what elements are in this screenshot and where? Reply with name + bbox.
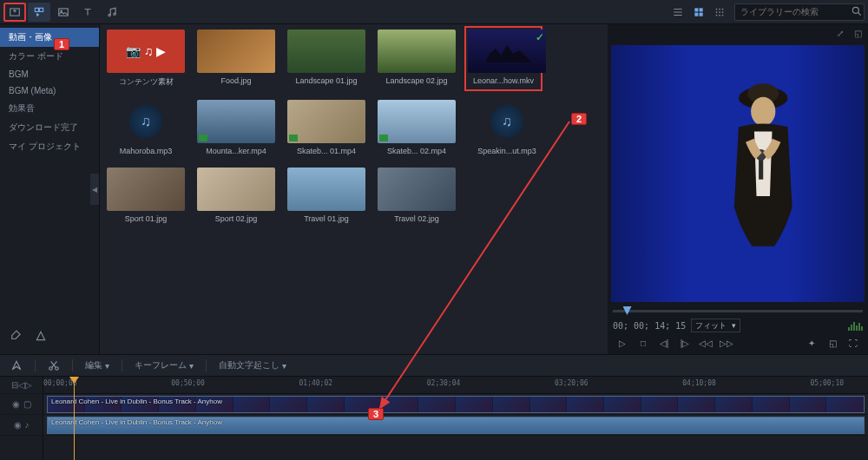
thumb-image xyxy=(107,168,185,211)
timeline-body[interactable]: 00;00;0000;50;0001;40;0202;30;0403;20;06… xyxy=(43,377,868,460)
search-input[interactable] xyxy=(740,7,851,16)
library-thumb[interactable]: Travel 02.jpg xyxy=(378,168,456,223)
svg-rect-2 xyxy=(40,8,43,11)
zoom-fit-select[interactable]: フィット ▾ xyxy=(691,319,740,332)
sidebar-item-bgm[interactable]: BGM xyxy=(0,66,99,82)
thumb-label: Landscape 01.jpg xyxy=(287,76,365,85)
view-toggle xyxy=(668,3,729,21)
sidebar-item-colorboard[interactable]: カラー ボード xyxy=(0,47,99,66)
keyframe-menu[interactable]: キーフレーム ▾ xyxy=(129,358,199,373)
svg-rect-10 xyxy=(700,12,703,16)
sidebar-item-myprojects[interactable]: マイ プロジェクト xyxy=(0,137,99,156)
library-thumb[interactable]: Sport 02.jpg xyxy=(197,168,275,223)
settings-icon[interactable]: ◱ xyxy=(823,335,842,351)
forward-button[interactable]: ▷▷ xyxy=(717,335,736,351)
pen-tool-icon[interactable] xyxy=(7,326,26,345)
next-frame-button[interactable]: |▷ xyxy=(675,335,694,351)
audio-tab-icon[interactable] xyxy=(101,3,123,22)
mute-icon[interactable]: ♪ xyxy=(25,420,30,430)
visibility-icon[interactable]: ◉ xyxy=(14,420,22,430)
import-media-button[interactable] xyxy=(3,3,26,22)
edit-menu[interactable]: 編集 ▾ xyxy=(80,358,115,373)
library-thumb[interactable]: Landscape 01.jpg xyxy=(287,30,365,88)
shape-tool-icon[interactable] xyxy=(31,326,50,345)
prev-frame-button[interactable]: ◁| xyxy=(654,335,674,351)
thumb-image xyxy=(378,30,456,73)
track-header-video[interactable]: ◉ ▢ xyxy=(0,394,43,415)
preview-scrubber[interactable] xyxy=(613,306,863,318)
list-view-button[interactable] xyxy=(668,3,687,21)
library-thumb[interactable]: Skateb... 01.mp4 xyxy=(287,100,365,155)
undock-icon[interactable]: ⤢ xyxy=(833,26,847,40)
titles-tab-icon[interactable] xyxy=(76,3,99,22)
snapshot-button[interactable]: ✦ xyxy=(802,335,821,351)
tool-cut-icon[interactable] xyxy=(43,358,65,373)
tool-select-icon[interactable] xyxy=(5,358,28,373)
visibility-icon[interactable]: ◉ xyxy=(12,399,20,409)
chevron-down-icon: ▾ xyxy=(282,361,286,371)
auto-caption-menu[interactable]: 自動文字起こし ▾ xyxy=(214,358,292,373)
fit-label: フィット xyxy=(695,320,727,332)
video-track[interactable]: Leonard Cohen - Live in Dublin - Bonus T… xyxy=(43,394,868,415)
more-view-button[interactable] xyxy=(710,3,729,21)
svg-point-5 xyxy=(108,14,110,16)
preview-viewport[interactable] xyxy=(611,45,865,302)
library-thumb[interactable]: Landscape 02.jpg xyxy=(378,30,456,88)
search-icon xyxy=(851,5,863,19)
sidebar-item-video-image[interactable]: 動画・画像 xyxy=(0,28,99,47)
library-thumb[interactable]: Sport 01.jpg xyxy=(107,168,185,223)
track-header-audio[interactable]: ◉ ♪ xyxy=(0,415,43,436)
library-thumb[interactable]: Skateb... 02.mp4 xyxy=(378,100,456,155)
library-thumb[interactable]: Food.jpg xyxy=(197,30,275,88)
templates-tab-icon[interactable] xyxy=(52,3,75,22)
sidebar-item-downloads[interactable]: ダウンロード完了 xyxy=(0,118,99,137)
library-thumb[interactable]: ♫Mahoroba.mp3 xyxy=(107,100,185,155)
fullscreen-icon[interactable]: ⛶ xyxy=(844,335,863,351)
svg-point-13 xyxy=(722,8,724,10)
sidebar: 動画・画像 カラー ボード BGM BGM (Meta) 効果音 ダウンロード完… xyxy=(0,24,100,354)
sidebar-item-bgm-meta[interactable]: BGM (Meta) xyxy=(0,82,99,99)
thumb-label: Skateb... 01.mp4 xyxy=(287,147,365,155)
svg-rect-9 xyxy=(694,12,698,16)
playhead[interactable] xyxy=(74,377,75,460)
svg-point-11 xyxy=(716,8,718,10)
library-thumb[interactable]: ✓Leonar...how.mkv xyxy=(464,26,542,91)
thumb-label: Landscape 02.jpg xyxy=(378,76,456,85)
maximize-icon[interactable]: ◱ xyxy=(851,26,865,40)
timeline-ruler[interactable]: 00;00;0000;50;0001;40;0202;30;0403;20;06… xyxy=(43,377,868,394)
sidebar-item-sfx[interactable]: 効果音 xyxy=(0,99,99,118)
sidebar-collapse-handle[interactable]: ◀ xyxy=(90,174,99,205)
library-search[interactable] xyxy=(734,3,865,21)
thumb-label: Travel 02.jpg xyxy=(378,214,456,223)
rewind-button[interactable]: ◁◁ xyxy=(696,335,715,351)
svg-rect-8 xyxy=(700,8,703,11)
audio-track[interactable]: Leonard Cohen - Live in Dublin - Bonus T… xyxy=(43,415,868,436)
audio-clip[interactable]: Leonard Cohen - Live in Dublin - Bonus T… xyxy=(47,417,865,434)
library-thumb[interactable]: Mounta...ker.mp4 xyxy=(197,100,275,155)
library-thumb[interactable]: ♫Speakin...ut.mp3 xyxy=(468,100,546,155)
svg-point-15 xyxy=(719,11,720,13)
thumb-label: Mahoroba.mp3 xyxy=(107,147,185,155)
clip-label: Leonard Cohen - Live in Dublin - Bonus T… xyxy=(51,398,222,405)
ruler-tick: 03;20;06 xyxy=(555,379,589,387)
library-tab-icon[interactable] xyxy=(28,3,50,22)
lock-icon[interactable]: ▢ xyxy=(23,399,31,409)
preview-controls: 00; 00; 14; 15 フィット ▾ ▷ □ ◁| |▷ ◁◁ ▷▷ ✦ … xyxy=(608,318,868,354)
svg-rect-1 xyxy=(35,8,38,11)
chevron-down-icon: ▾ xyxy=(105,361,109,371)
library-thumb[interactable]: 📷 ♫ ▶コンテンツ素材 xyxy=(107,30,185,88)
audio-meter xyxy=(848,320,863,331)
stop-button[interactable]: □ xyxy=(634,335,653,351)
grid-view-button[interactable] xyxy=(689,3,708,21)
video-badge-icon xyxy=(289,135,298,141)
sidebar-item-label: BGM xyxy=(9,69,29,79)
chevron-down-icon: ▾ xyxy=(189,361,194,371)
library-panel: 📷 ♫ ▶コンテンツ素材Food.jpgLandscape 01.jpgLand… xyxy=(100,24,608,354)
clip-label: Leonard Cohen - Live in Dublin - Bonus T… xyxy=(51,418,222,426)
play-button[interactable]: ▷ xyxy=(613,335,632,351)
library-thumb[interactable]: Travel 01.jpg xyxy=(287,168,365,223)
video-clip[interactable]: Leonard Cohen - Live in Dublin - Bonus T… xyxy=(47,396,865,413)
svg-point-18 xyxy=(719,14,720,16)
trim-icon[interactable]: ⊟◁▷ xyxy=(11,380,32,390)
svg-rect-3 xyxy=(59,8,69,15)
